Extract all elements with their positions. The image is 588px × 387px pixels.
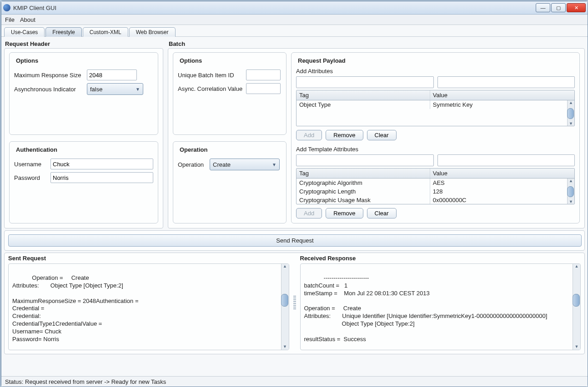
minimize-button[interactable]: — <box>536 3 550 12</box>
send-request-button[interactable]: Send Request <box>8 234 582 247</box>
tmpl-header-value[interactable]: Value <box>430 169 574 179</box>
add-attributes-title: Add Attributes <box>296 68 575 74</box>
async-indicator-combo[interactable]: false ▼ <box>87 83 143 95</box>
tmpl-row1-tag: Cryptographic Length <box>297 187 430 196</box>
add-tmpl-remove-button[interactable]: Remove <box>326 208 363 218</box>
app-icon <box>3 4 10 11</box>
operation-title: Operation <box>178 146 209 153</box>
scrollbar[interactable]: ▲ ▼ <box>573 264 580 350</box>
batch-title: Batch <box>169 40 585 47</box>
add-attributes-inputs <box>296 76 575 88</box>
batch-panel: Options Unique Batch Item ID Async. Corr… <box>168 48 585 228</box>
tmpl-row0-value: AES <box>430 179 574 188</box>
operation-combo[interactable]: Create ▼ <box>210 159 280 170</box>
splitter-grip-icon <box>293 296 296 309</box>
batch-options-title: Options <box>178 57 204 64</box>
add-attr-tag-input[interactable] <box>296 76 434 88</box>
authentication-title: Authentication <box>14 146 59 153</box>
add-template-attr-table: Tag Value Cryptographic Algorithm <box>296 168 575 204</box>
table-row[interactable]: Cryptographic Algorithm AES <box>297 179 574 188</box>
tab-freestyle[interactable]: Freestyle <box>45 27 81 37</box>
scrollbar[interactable]: ▲ ▼ <box>567 179 574 204</box>
maximize-button[interactable]: ▢ <box>551 3 566 12</box>
window-buttons: — ▢ ✕ <box>536 3 586 12</box>
table-row[interactable]: Cryptographic Usage Mask 0x0000000C <box>297 196 574 204</box>
unique-batch-id-label: Unique Batch Item ID <box>178 72 246 79</box>
async-indicator-value: false <box>90 86 102 93</box>
close-button[interactable]: ✕ <box>567 3 586 12</box>
add-attr-clear-button[interactable]: Clear <box>367 130 397 140</box>
operation-value: Create <box>213 161 231 168</box>
chevron-down-icon: ▼ <box>272 162 276 167</box>
chevron-down-icon: ▼ <box>136 87 140 92</box>
scroll-thumb[interactable] <box>281 294 288 307</box>
attr-header-tag[interactable]: Tag <box>297 90 430 100</box>
request-payload-box: Request Payload Add Attributes <box>291 52 580 223</box>
authentication-box: Authentication Username Password <box>9 141 158 223</box>
received-response-text: ----------------------- batchCount = 1 t… <box>304 274 548 342</box>
request-options-box: Options Maximum Response Size Asynchrono… <box>9 52 158 135</box>
add-tmpl-value-input[interactable] <box>437 154 575 166</box>
unique-batch-id-input[interactable] <box>246 69 281 80</box>
window-title: KMIP Client GUI <box>13 5 536 11</box>
operation-label: Operation <box>178 161 210 168</box>
tmpl-row0-tag: Cryptographic Algorithm <box>297 179 430 188</box>
menu-file[interactable]: File <box>5 16 15 23</box>
received-response-title: Received Response <box>300 255 581 262</box>
received-response-column: Received Response ----------------------… <box>300 255 581 350</box>
add-tmpl-tag-input[interactable] <box>296 154 434 166</box>
tab-use-cases[interactable]: Use-Cases <box>4 27 45 37</box>
send-request-panel: Send Request <box>4 230 585 251</box>
menu-about[interactable]: About <box>20 16 35 23</box>
max-response-size-input[interactable] <box>87 69 137 80</box>
request-payload-title: Request Payload <box>296 57 347 64</box>
tab-custom-xml[interactable]: Custom-XML <box>83 27 128 37</box>
scroll-up-icon: ▲ <box>575 264 579 269</box>
app-window: KMIP Client GUI — ▢ ✕ File About Use-Cas… <box>1 1 588 387</box>
tmpl-header-tag[interactable]: Tag <box>297 169 430 179</box>
request-options-title: Options <box>14 57 40 64</box>
table-row[interactable]: Object Type Symmetric Key <box>297 100 574 109</box>
splitter[interactable] <box>293 255 297 350</box>
batch-section: Batch Options Unique Batch Item ID <box>168 39 585 228</box>
attr-header-value[interactable]: Value <box>430 90 574 100</box>
add-tmpl-add-button: Add <box>296 208 322 218</box>
top-row: Request Header Options Maximum Response … <box>4 39 585 228</box>
scrollbar[interactable]: ▲ ▼ <box>567 100 574 126</box>
batch-left: Options Unique Batch Item ID Async. Corr… <box>173 49 286 223</box>
scrollbar[interactable]: ▲ ▼ <box>281 264 289 350</box>
username-input[interactable] <box>50 159 153 169</box>
scroll-thumb[interactable] <box>567 186 574 197</box>
received-response-box[interactable]: ----------------------- batchCount = 1 t… <box>300 263 581 350</box>
batch-options-box: Options Unique Batch Item ID Async. Corr… <box>173 52 286 135</box>
add-attr-add-button: Add <box>296 130 322 140</box>
request-header-section: Request Header Options Maximum Response … <box>4 39 163 228</box>
sent-request-column: Sent Request Operation = Create Attribut… <box>8 255 289 350</box>
scroll-thumb[interactable] <box>573 294 580 307</box>
scroll-down-icon: ▼ <box>283 344 287 350</box>
request-payload-section: Request Payload Add Attributes <box>291 49 580 223</box>
add-template-attr-buttons: Add Remove Clear <box>296 208 575 218</box>
scroll-thumb[interactable] <box>567 108 574 119</box>
workarea: Use-Cases Freestyle Custom-XML Web Brows… <box>1 25 588 387</box>
add-attr-remove-button[interactable]: Remove <box>326 130 363 140</box>
table-row[interactable]: Cryptographic Length 128 <box>297 187 574 196</box>
menubar: File About <box>1 15 588 25</box>
scroll-up-icon: ▲ <box>569 179 573 183</box>
titlebar: KMIP Client GUI — ▢ ✕ <box>1 1 588 15</box>
tmpl-row2-tag: Cryptographic Usage Mask <box>297 196 430 204</box>
sent-request-text: Operation = Create Attributes: Object Ty… <box>12 274 139 342</box>
add-template-attr-inputs <box>296 154 575 166</box>
status-bar: Status: Request received from server -> … <box>1 376 588 387</box>
request-header-title: Request Header <box>5 40 163 47</box>
async-corr-input[interactable] <box>246 83 281 94</box>
tmpl-row1-value: 128 <box>430 187 574 196</box>
scroll-down-icon: ▼ <box>569 121 573 126</box>
add-attr-value-input[interactable] <box>437 76 575 88</box>
sent-request-box[interactable]: Operation = Create Attributes: Object Ty… <box>8 263 289 350</box>
tabstrip: Use-Cases Freestyle Custom-XML Web Brows… <box>1 25 588 37</box>
add-tmpl-clear-button[interactable]: Clear <box>367 208 397 218</box>
scroll-down-icon: ▼ <box>569 199 573 204</box>
tab-web-browser[interactable]: Web Browser <box>129 27 176 37</box>
password-input[interactable] <box>50 172 153 183</box>
